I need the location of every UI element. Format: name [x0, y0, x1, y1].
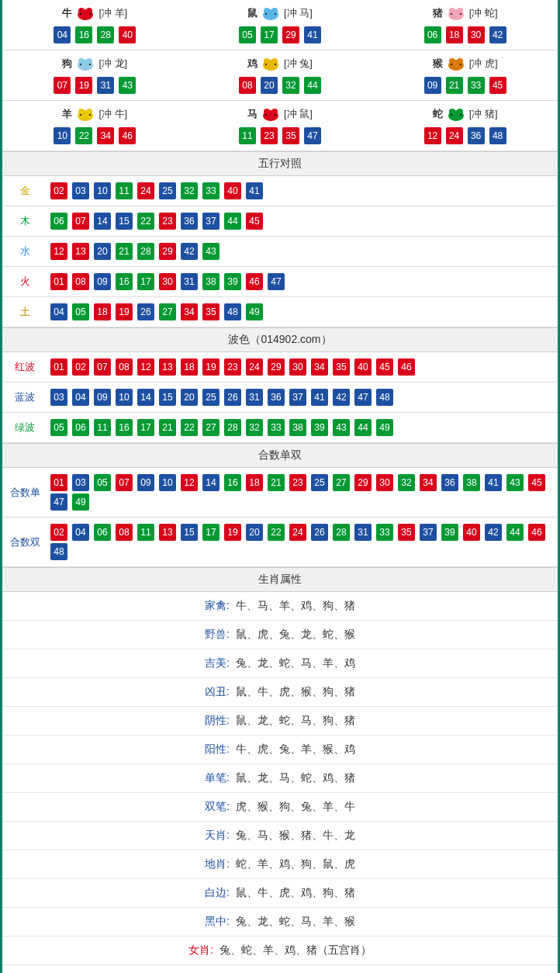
- number-ball: 17: [137, 273, 154, 290]
- row-numbers: 0108091617303138394647: [47, 273, 558, 290]
- number-ball: 12: [424, 127, 441, 144]
- zodiac-cell: 马 [冲 鼠] 11233547: [188, 101, 373, 151]
- attr-row: 吉美: 兔、龙、蛇、马、羊、鸡: [2, 649, 558, 678]
- number-ball: 24: [446, 127, 463, 144]
- svg-point-16: [78, 58, 85, 64]
- number-ball: 40: [119, 26, 136, 43]
- number-ball: 37: [202, 213, 220, 230]
- number-ball: 31: [181, 273, 198, 290]
- number-ball: 06: [94, 524, 111, 541]
- number-ball: 41: [485, 474, 502, 491]
- number-ball: 05: [239, 26, 256, 43]
- number-ball: 43: [119, 77, 136, 94]
- table-row: 合数单 010305070910121416182123252729303234…: [2, 468, 558, 518]
- wuxing-header: 五行对照: [2, 151, 558, 176]
- bose-table: 红波 0102070812131819232429303435404546 蓝波…: [2, 352, 558, 443]
- number-ball: 39: [311, 419, 328, 436]
- zodiac-icon: [259, 55, 282, 72]
- attr-value: 兔、龙、蛇、马、羊、猴: [236, 915, 355, 927]
- number-ball: 39: [224, 273, 241, 290]
- zodiac-icon: [74, 106, 97, 123]
- number-ball: 28: [97, 26, 114, 43]
- svg-point-22: [271, 58, 278, 64]
- number-ball: 44: [506, 524, 524, 541]
- number-ball: 49: [72, 493, 89, 511]
- number-ball: 28: [333, 524, 350, 541]
- number-ball: 23: [289, 474, 306, 491]
- number-ball: 11: [239, 127, 256, 144]
- svg-point-26: [449, 58, 455, 64]
- attr-row: 阴性: 鼠、龙、蛇、马、狗、猪: [2, 707, 558, 736]
- number-ball: 44: [304, 77, 321, 94]
- number-ball: 45: [528, 474, 545, 491]
- number-ball: 06: [72, 419, 89, 436]
- number-ball: 45: [489, 77, 506, 94]
- number-ball: 35: [282, 127, 299, 144]
- number-ball: 04: [72, 389, 89, 406]
- number-ball: 10: [94, 182, 111, 199]
- number-ball: 42: [485, 524, 502, 541]
- zodiac-cell: 羊 [冲 牛] 10223446: [2, 101, 188, 151]
- svg-point-3: [80, 13, 81, 15]
- number-ball: 48: [489, 127, 506, 144]
- number-ball: 11: [116, 182, 133, 199]
- number-ball: 14: [94, 213, 111, 230]
- number-ball: 22: [137, 213, 154, 230]
- number-ball: 28: [224, 419, 241, 436]
- svg-point-21: [264, 58, 270, 64]
- number-ball: 22: [181, 419, 198, 436]
- number-ball: 16: [116, 419, 133, 436]
- zodiac-numbers: 06183042: [372, 26, 558, 43]
- number-ball: 13: [159, 524, 176, 541]
- attr-row: 黑中: 兔、龙、蛇、马、羊、猴: [2, 908, 558, 937]
- number-ball: 16: [224, 474, 241, 491]
- row-label: 火: [2, 275, 47, 289]
- number-ball: 32: [282, 77, 299, 94]
- zodiac-cell: 鼠 [冲 马] 05172941: [188, 0, 373, 50]
- row-numbers: 06071415222336374445: [47, 213, 558, 230]
- number-ball: 34: [97, 127, 114, 144]
- number-ball: 20: [246, 524, 263, 541]
- zodiac-conflict: [冲 蛇]: [469, 6, 498, 20]
- zodiac-icon: [444, 5, 468, 22]
- number-ball: 41: [304, 26, 321, 43]
- attr-label: 女肖:: [188, 944, 213, 956]
- number-ball: 20: [261, 77, 278, 94]
- number-ball: 40: [354, 358, 372, 376]
- number-ball: 43: [333, 419, 350, 436]
- row-label: 红波: [2, 360, 47, 374]
- number-ball: 49: [376, 419, 393, 436]
- number-ball: 05: [94, 474, 111, 491]
- zodiac-cell: 牛 [冲 羊] 04162840: [2, 0, 188, 50]
- attr-label: 野兽:: [205, 628, 230, 640]
- number-ball: 23: [159, 213, 176, 230]
- attr-label: 双笔:: [205, 800, 230, 812]
- zodiac-cell: 鸡 [冲 兔] 08203244: [188, 50, 373, 101]
- zodiac-numbers: 10223446: [2, 127, 188, 144]
- attr-value: 牛、马、羊、鸡、狗、猪: [236, 599, 355, 611]
- number-ball: 07: [72, 213, 89, 230]
- row-numbers: 02031011242532334041: [47, 182, 558, 199]
- zodiac-name: 鼠: [247, 6, 258, 20]
- number-ball: 01: [50, 273, 67, 290]
- number-ball: 18: [446, 26, 463, 43]
- zodiac-numbers: 11233547: [188, 127, 373, 144]
- number-ball: 33: [268, 419, 285, 436]
- number-ball: 29: [268, 358, 285, 376]
- number-ball: 24: [137, 182, 154, 199]
- number-ball: 22: [75, 127, 92, 144]
- attr-value: 兔、蛇、羊、鸡、猪（五宫肖）: [220, 944, 372, 956]
- row-label: 土: [2, 305, 47, 319]
- number-ball: 18: [181, 358, 198, 376]
- row-numbers: 03040910141520252631363741424748: [47, 389, 558, 406]
- number-ball: 15: [116, 213, 133, 230]
- number-ball: 08: [72, 273, 89, 290]
- attr-row: 野兽: 鼠、虎、兔、龙、蛇、猴: [2, 621, 558, 649]
- attr-value: 兔、龙、蛇、马、羊、鸡: [236, 656, 355, 669]
- table-row: 红波 0102070812131819232429303435404546: [2, 352, 558, 383]
- number-ball: 24: [246, 358, 263, 376]
- attr-row: 单笔: 鼠、龙、马、蛇、鸡、猪: [2, 764, 558, 793]
- svg-point-23: [265, 64, 267, 65]
- number-ball: 37: [289, 389, 306, 406]
- row-numbers: 0204060811131517192022242628313335373940…: [47, 524, 558, 560]
